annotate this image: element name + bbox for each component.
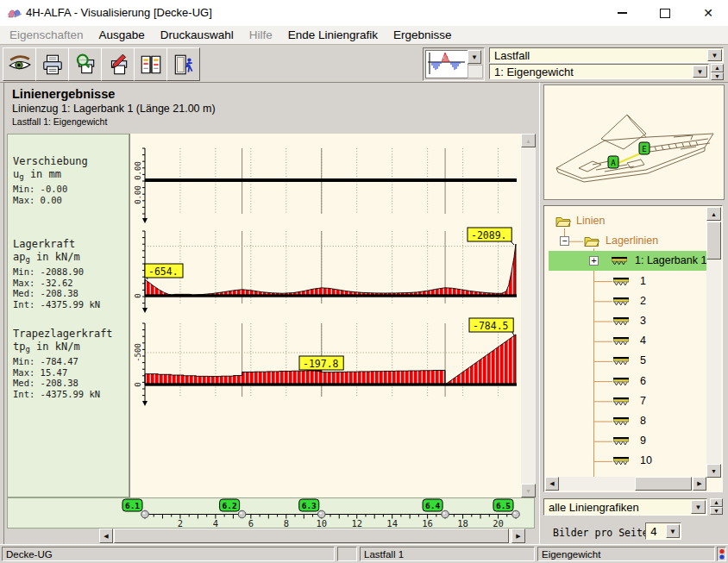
tree-item-label: 10 — [640, 454, 652, 466]
scroll-right-icon[interactable]: ▶ — [693, 477, 706, 491]
scrollbar-thumb[interactable] — [114, 529, 509, 543]
scroll-up-icon[interactable]: ▲ — [706, 207, 721, 221]
tree-vertical-scrollbar[interactable]: ▲ ▼ — [706, 207, 721, 478]
chart-vertical-scrollbar[interactable]: ▲ ▼ — [521, 134, 536, 497]
menu-ausgabe[interactable]: Ausgabe — [91, 28, 153, 41]
collapse-icon[interactable]: − — [560, 236, 569, 246]
tree-item-label: Lagerlinien — [606, 235, 658, 247]
scroll-down-icon[interactable]: ▼ — [521, 484, 536, 497]
tree-row-6[interactable]: 6 — [545, 372, 706, 391]
support-node[interactable] — [141, 510, 149, 518]
stat-line: Min: -0.00 — [13, 184, 88, 195]
stat-line: Med: -208.38 — [13, 288, 100, 299]
images-per-page-combo[interactable]: 4 ▼ — [645, 522, 681, 540]
load-case-dropdown-button[interactable]: ▼ — [693, 66, 707, 78]
tree-row-1-lagerbank-1[interactable]: +1: Lagerbank 1 — [545, 252, 706, 271]
menu-ergebnisse[interactable]: Ergebnisse — [386, 28, 460, 41]
tree-row-2[interactable]: 2 — [545, 292, 706, 311]
node-label-text: 6.5 — [496, 501, 511, 510]
tree-row-1[interactable]: 1 — [545, 272, 706, 291]
load-case-spinner[interactable]: ▲ ▼ — [711, 64, 724, 80]
model-overview-3d[interactable]: A E — [543, 84, 725, 200]
load-case-combo[interactable]: 1: Eigengewicht ▼ — [489, 64, 709, 79]
tree-row-5[interactable]: 5 — [545, 352, 706, 371]
status-empty — [337, 547, 357, 561]
tree-horizontal-scrollbar[interactable]: ◀ ▶ — [545, 477, 706, 491]
scroll-up-icon[interactable]: ▲ — [521, 134, 536, 147]
result-category-combo[interactable]: Lastfall ▼ — [489, 47, 724, 63]
support-node[interactable] — [442, 510, 449, 518]
scroll-down-icon[interactable]: ▼ — [706, 464, 721, 478]
eye-icon — [8, 53, 32, 77]
stat-title: Lagerkraft — [13, 238, 100, 251]
tree-item-label: 3 — [640, 315, 646, 327]
ruler-tick-label: 4 — [213, 518, 218, 529]
minimize-button[interactable] — [602, 0, 642, 26]
tree-row-7[interactable]: 7 — [545, 392, 706, 411]
chart-horizontal-scrollbar[interactable]: ◀ ▶ — [99, 529, 525, 543]
support-node[interactable] — [512, 510, 520, 518]
lines-tree[interactable]: Linien−Lagerlinien+1: Lagerbank 11234567… — [545, 207, 706, 478]
support-node[interactable] — [238, 510, 246, 518]
tree-row-10[interactable]: 10 — [545, 452, 706, 471]
menu-bar: Eigenschaften Ausgabe Druckauswahl Hilfe… — [0, 26, 728, 45]
stat-unit: apg in kN/m — [13, 251, 100, 266]
stats-panel: Verschiebung ug in mm Min: -0.00 Max: 0.… — [7, 134, 129, 497]
node-label-text: 6.3 — [302, 501, 317, 510]
result-style-dropdown-button[interactable]: ▼ — [468, 50, 481, 64]
tree-item-label: 7 — [640, 395, 646, 407]
maximize-button[interactable] — [645, 0, 685, 26]
exit-button[interactable] — [166, 47, 200, 81]
axis-value-label: -500 — [134, 343, 142, 362]
status-app-icon — [717, 547, 726, 561]
graphic-filter-spinner[interactable]: ▲ ▼ — [710, 498, 723, 515]
graphic-filter-value: alle Liniengrafiken — [549, 501, 639, 514]
tree-row-4[interactable]: 4 — [545, 332, 706, 351]
axis-value-label: 0.00 — [134, 185, 142, 204]
tree-row-linien[interactable]: Linien — [545, 212, 706, 231]
support-node[interactable] — [317, 510, 325, 518]
close-button[interactable]: ✕ — [688, 0, 728, 26]
app-icon — [7, 6, 22, 20]
images-per-page-dropdown-button[interactable]: ▼ — [666, 524, 680, 538]
axis-value-label: 0 — [134, 293, 142, 297]
ruler-tick-label: 18 — [457, 518, 468, 529]
print-preview-button[interactable] — [68, 47, 102, 81]
graphic-filter-dropdown-button[interactable]: ▼ — [691, 500, 706, 514]
status-loadcase-name: Eigengewicht — [537, 547, 715, 561]
print-button[interactable] — [35, 47, 69, 81]
result-style-combo[interactable]: ▼ — [423, 47, 485, 81]
spin-down-icon[interactable]: ▼ — [710, 507, 723, 516]
menu-ende-liniengrafik[interactable]: Ende Liniengrafik — [280, 28, 386, 41]
report-button[interactable] — [134, 47, 167, 81]
menu-druckauswahl[interactable]: Druckauswahl — [153, 28, 242, 41]
stat-line: Int: -4375.99 kN — [13, 299, 100, 310]
scroll-left-icon[interactable]: ◀ — [99, 529, 113, 543]
graphic-filter-combo[interactable]: alle Liniengrafiken ▼ — [543, 498, 707, 516]
scrollbar-thumb[interactable] — [635, 477, 692, 491]
tree-row-3[interactable]: 3 — [545, 312, 706, 331]
expand-icon[interactable]: + — [589, 256, 599, 266]
spin-up-icon[interactable]: ▲ — [710, 498, 723, 507]
scrollbar-thumb[interactable] — [706, 222, 721, 260]
result-charts: 0.000.000-654.-2089.-5000-197.8-784.5 — [129, 134, 521, 497]
print-selection-button[interactable] — [101, 47, 135, 81]
value-annotation-text: -2089. — [471, 229, 507, 241]
tree-item-label: 5 — [640, 354, 646, 366]
spin-down-icon[interactable]: ▼ — [711, 72, 724, 81]
print-preview-icon — [73, 53, 97, 77]
result-category-dropdown-button[interactable]: ▼ — [707, 49, 722, 61]
bearing-line-icon — [613, 397, 629, 407]
minimize-icon — [618, 12, 627, 13]
tree-row-8[interactable]: 8 — [545, 412, 706, 431]
tree-row-lagerlinien[interactable]: −Lagerlinien — [545, 232, 706, 251]
scroll-left-icon[interactable]: ◀ — [545, 477, 559, 491]
tree-item-label: 9 — [640, 435, 646, 447]
tree-row-9[interactable]: 9 — [545, 432, 706, 451]
tree-item-label: 6 — [640, 375, 646, 387]
view-options-button[interactable] — [3, 47, 36, 81]
spin-up-icon[interactable]: ▲ — [711, 64, 724, 72]
page-loadcase: Lastfall 1: Eigengewicht — [12, 116, 107, 127]
scroll-right-icon[interactable]: ▶ — [511, 529, 525, 543]
lines-tree-panel: Linien−Lagerlinien+1: Lagerbank 11234567… — [543, 205, 723, 492]
